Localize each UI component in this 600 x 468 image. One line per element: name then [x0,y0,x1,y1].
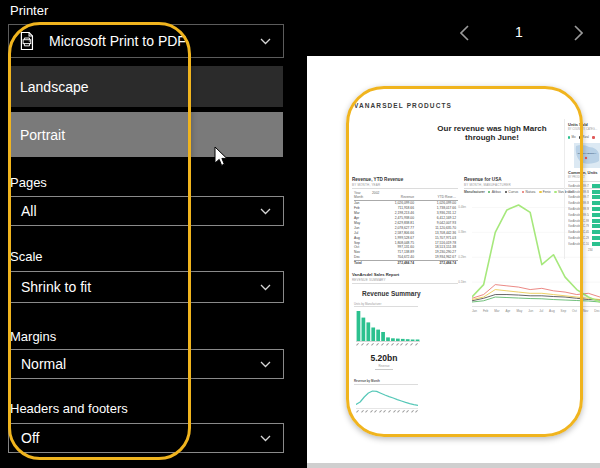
print-to-pdf-icon [18,31,35,51]
scale-select[interactable]: Shrink to fit [8,271,284,303]
preview-bottom-strip [307,463,600,468]
revenue-table-subtitle: BY MONTH, YEAR [352,183,380,187]
map-label: NORTH AMERICA [576,152,598,154]
map-visual: NORTH AMERICA [574,143,600,168]
scale-label: Scale [10,249,43,264]
common-units-subtitle: BY PRODUCT [568,176,585,179]
chevron-down-icon [260,38,271,45]
print-dialog-screen: Printer Microsoft Print to PDF Landscape… [0,0,600,468]
common-units-title: Common, Units [568,170,598,175]
chevron-down-icon [260,284,271,291]
units-sold-subtitle: BY COUNTRY, CATEG… [568,128,597,131]
chevron-down-icon [260,208,271,215]
common-units-list: VanArsdel 199.77VanArsdel 199.80VanArsde… [568,183,600,247]
pages-label: Pages [10,175,47,190]
kpi-caption: Revenue [352,364,416,368]
printer-label: Printer [10,3,48,18]
margins-select-value: Normal [21,356,260,372]
headers-footers-select[interactable]: Off [8,423,284,453]
report-headline: Our revenue was high March through June! [428,124,556,142]
chevron-down-icon [260,435,271,442]
table-col-revenue: Revenue [372,195,414,199]
kpi-value: 5.20bn [352,353,416,363]
scale-select-value: Shrink to fit [21,279,260,295]
line-chart-x-ticks: JanFebMarAprMayJunJulAugSepOctNovDec [472,309,600,313]
margins-label: Margins [10,329,56,344]
next-page-button[interactable] [569,24,587,42]
line-chart-y-ticks: 0.4bn0.3bn0.2bn0.1bn [436,195,468,307]
bar-chart-x-dashes [356,344,418,345]
kpi-card: 5.20bn Revenue [352,353,416,370]
report-page-preview: VANARSDEL PRODUCTS Our revenue was high … [348,95,600,425]
previous-page-button[interactable] [455,24,473,42]
orientation-option-portrait[interactable]: Portrait [10,112,283,157]
spark-title: Revenue by Month [354,379,380,383]
report-title: VANARSDEL PRODUCTS [354,102,452,109]
sales-report-title: VanArsdel Sales Report [352,272,399,277]
units-sold-title: Units Sold [568,122,588,127]
headers-footers-select-value: Off [21,430,260,446]
units-sold-legend: MixRural [568,136,599,139]
orientation-option-label: Landscape [20,79,89,95]
spark-x-dashes [356,411,418,412]
legend-title: Manufacturer [464,190,485,194]
margins-select[interactable]: Normal [8,349,284,379]
revenue-table-title: Revenue, YTD Revenue [352,177,403,182]
headers-footers-label: Headers and footers [10,401,128,416]
page-number-field[interactable]: 1 [505,24,533,40]
common-units-footer: 234 [588,248,593,252]
printer-select[interactable]: Microsoft Print to PDF [8,24,284,58]
revenue-summary-title: Revenue Summary [362,290,421,297]
line-chart-legend: Manufacturer AbbasCurrusNaturaFenixVanAr… [464,190,577,194]
table-month-label: Month [354,195,372,199]
orientation-option-landscape[interactable]: Landscape [10,66,283,107]
line-chart-subtitle: BY MONTH, MANUFACTURER [464,183,511,187]
sales-report-subtitle: REVENUE SUMMARY [352,278,386,282]
orientation-option-label: Portrait [20,127,65,143]
pages-select-value: All [21,203,260,219]
pages-select[interactable]: All [8,196,284,226]
revenue-summary-bar-chart [356,309,420,342]
revenue-by-month-sparkline [356,386,418,409]
line-chart-title: Revenue for USA [464,177,502,182]
chevron-down-icon [260,361,271,368]
printer-select-value: Microsoft Print to PDF [49,33,260,49]
